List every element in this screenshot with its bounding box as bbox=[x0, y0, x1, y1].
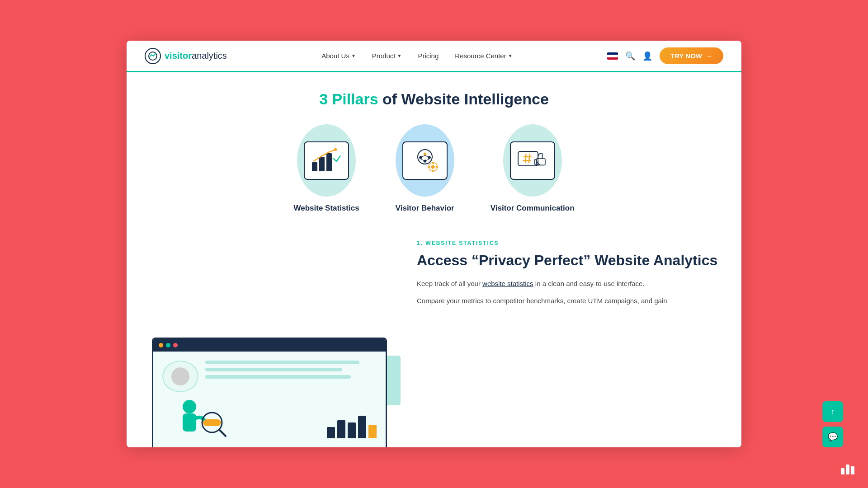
svg-rect-20 bbox=[518, 151, 538, 166]
section-heading: Access “Privacy Perfect” Website Analyti… bbox=[417, 252, 719, 269]
svg-rect-16 bbox=[432, 162, 434, 164]
chart-bar-3 bbox=[851, 466, 854, 474]
website-statistics-link[interactable]: website statistics bbox=[482, 280, 533, 287]
pillar-label-2: Visitor Behavior bbox=[396, 204, 454, 213]
browser-dot-red bbox=[173, 343, 178, 347]
pillar-icon-box-1 bbox=[304, 141, 349, 180]
search-icon[interactable]: 🔍 bbox=[625, 51, 635, 61]
right-content: 1. WEBSITE STATISTICS Access “Privacy Pe… bbox=[403, 226, 741, 447]
chevron-down-icon: ▼ bbox=[397, 53, 402, 58]
svg-rect-1 bbox=[312, 162, 317, 171]
pillar-visitor-behavior[interactable]: Visitor Behavior bbox=[396, 124, 454, 213]
section-para-1: Keep track of all your website statistic… bbox=[417, 278, 719, 290]
svg-rect-2 bbox=[319, 157, 325, 171]
logo-icon bbox=[145, 48, 161, 64]
pillar-website-statistics[interactable]: Website Statistics bbox=[293, 124, 359, 213]
nav-about[interactable]: About Us ▼ bbox=[321, 52, 356, 60]
chart-bar-1 bbox=[841, 468, 844, 474]
nav-links: About Us ▼ Product ▼ Pricing Resource Ce… bbox=[321, 52, 512, 60]
user-icon[interactable]: 👤 bbox=[642, 51, 652, 61]
browser-mockup bbox=[165, 338, 387, 447]
nav-resource[interactable]: Resource Center ▼ bbox=[455, 52, 512, 60]
svg-line-22 bbox=[529, 154, 530, 163]
pillars-title: 3 Pillars of Website Intelligence bbox=[145, 90, 723, 108]
svg-point-27 bbox=[183, 400, 196, 413]
svg-rect-31 bbox=[203, 419, 221, 426]
svg-rect-26 bbox=[534, 160, 537, 164]
nav-product-link[interactable]: Product ▼ bbox=[372, 52, 402, 60]
chevron-down-icon: ▼ bbox=[508, 53, 513, 58]
pillar-label-1: Website Statistics bbox=[293, 204, 359, 213]
pillar-icon-box-3 bbox=[510, 141, 555, 180]
chart-corner-icon bbox=[841, 465, 854, 474]
navbar: visitoranalytics About Us ▼ Product ▼ Pr… bbox=[127, 41, 741, 72]
browser-content bbox=[153, 352, 386, 447]
pillars-section: 3 Pillars of Website Intelligence bbox=[127, 72, 741, 226]
pillars-grid: Website Statistics bbox=[145, 124, 723, 213]
feature-section: 1. WEBSITE STATISTICS Access “Privacy Pe… bbox=[127, 226, 741, 447]
pillar-icon-box-2 bbox=[402, 141, 448, 180]
nav-pricing-link[interactable]: Pricing bbox=[418, 52, 439, 60]
main-content: 3 Pillars of Website Intelligence bbox=[127, 72, 741, 447]
logo-text: visitoranalytics bbox=[165, 51, 227, 61]
pillar-icon-wrap-3 bbox=[503, 124, 562, 197]
illustration-svg bbox=[162, 398, 253, 438]
svg-line-21 bbox=[525, 154, 526, 163]
svg-rect-19 bbox=[436, 166, 438, 168]
pillar-label-3: Visitor Communication bbox=[491, 204, 575, 213]
section-para-2: Compare your metrics to competitor bench… bbox=[417, 295, 719, 307]
left-illustration bbox=[127, 226, 403, 447]
svg-point-4 bbox=[334, 148, 337, 151]
logo[interactable]: visitoranalytics bbox=[145, 48, 227, 64]
pillar-icon-wrap-2 bbox=[396, 124, 454, 197]
browser-window bbox=[152, 338, 387, 447]
nav-resource-link[interactable]: Resource Center ▼ bbox=[455, 52, 512, 60]
browser-dot-orange bbox=[159, 343, 163, 347]
nav-pricing[interactable]: Pricing bbox=[418, 52, 439, 60]
chevron-down-icon: ▼ bbox=[351, 53, 356, 58]
svg-point-6 bbox=[424, 152, 426, 155]
browser-toolbar bbox=[153, 339, 386, 352]
browser-dot-green bbox=[166, 343, 170, 347]
svg-rect-17 bbox=[432, 170, 434, 172]
svg-rect-3 bbox=[326, 153, 332, 171]
nav-right: 🔍 👤 TRY NOW → bbox=[607, 47, 723, 64]
svg-rect-18 bbox=[428, 166, 430, 168]
svg-line-30 bbox=[219, 430, 226, 436]
try-now-button[interactable]: TRY NOW → bbox=[660, 47, 723, 64]
graph-bars bbox=[327, 416, 377, 438]
section-tag: 1. WEBSITE STATISTICS bbox=[417, 240, 719, 246]
nav-product[interactable]: Product ▼ bbox=[372, 52, 402, 60]
pillar-icon-wrap-1 bbox=[297, 124, 356, 197]
nav-about-link[interactable]: About Us ▼ bbox=[321, 52, 356, 60]
pillar-visitor-communication[interactable]: Visitor Communication bbox=[491, 124, 575, 213]
chart-bar-2 bbox=[846, 465, 849, 474]
language-flag[interactable] bbox=[607, 52, 618, 60]
svg-point-15 bbox=[431, 165, 434, 169]
svg-rect-28 bbox=[183, 413, 196, 432]
